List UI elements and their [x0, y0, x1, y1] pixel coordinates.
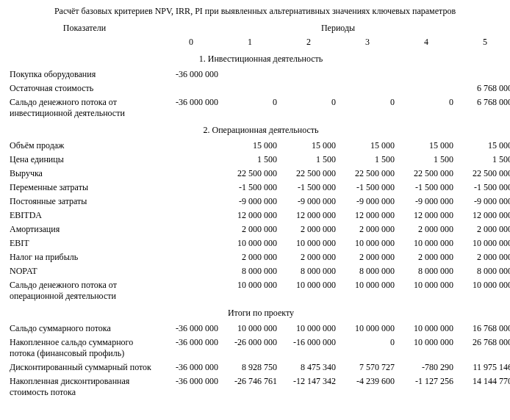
cell-value: 1 500 [456, 153, 510, 167]
table-row: Амортизация2 000 0002 000 0002 000 0002 … [7, 222, 510, 236]
cell-value: -9 000 000 [338, 195, 397, 209]
cell-value [338, 82, 397, 95]
cell-value: 0 [338, 95, 397, 120]
cell-value [162, 278, 220, 303]
period-5: 5 [456, 35, 510, 49]
cell-value: -36 000 000 [162, 95, 220, 120]
cell-value: -36 000 000 [162, 68, 220, 82]
section-header: 2. Операционная деятельность [7, 120, 510, 139]
table-row: EBITDA12 000 00012 000 00012 000 00012 0… [7, 209, 510, 222]
period-2: 2 [279, 35, 338, 49]
cell-value [220, 68, 279, 82]
cell-value: 2 000 000 [220, 250, 279, 264]
cell-value: 12 000 000 [220, 209, 279, 222]
cell-value: -1 500 000 [397, 181, 456, 195]
row-label: Сальдо денежного потока от инвестиционно… [7, 95, 162, 120]
cell-value [220, 82, 279, 95]
cell-value: 10 000 000 [220, 322, 279, 336]
table-row: Переменные затраты-1 500 000-1 500 000-1… [7, 181, 510, 195]
cell-value [279, 82, 338, 95]
cell-value: 10 000 000 [279, 322, 338, 336]
cell-value [162, 264, 220, 278]
financial-table: Показатели Периоды 0 1 2 3 4 5 1. Инвест… [7, 21, 510, 399]
cell-value: 15 000 [279, 139, 338, 153]
cell-value: -36 000 000 [162, 322, 220, 336]
cell-value: 12 000 000 [456, 209, 510, 222]
cell-value: 1 500 [220, 153, 279, 167]
cell-value: 2 000 000 [279, 222, 338, 236]
cell-value: -9 000 000 [456, 195, 510, 209]
row-label: Постоянные затраты [7, 195, 162, 209]
row-label: Дисконтированный суммарный поток [7, 361, 162, 374]
cell-value [456, 68, 510, 82]
cell-value: 10 000 000 [220, 278, 279, 303]
cell-value: 10 000 000 [338, 322, 397, 336]
section-header: 1. Инвестиционная деятельность [7, 49, 510, 68]
cell-value: 14 144 770 [456, 374, 510, 399]
row-label: Остаточная стоимость [7, 82, 162, 95]
table-row: Накопленная дисконтированная стоимость п… [7, 374, 510, 399]
cell-value: -26 000 000 [220, 336, 279, 361]
cell-value: 1 500 [338, 153, 397, 167]
cell-value: 10 000 000 [397, 322, 456, 336]
cell-value: -36 000 000 [162, 374, 220, 399]
table-row: Объём продаж15 00015 00015 00015 00015 0… [7, 139, 510, 153]
cell-value: 0 [279, 95, 338, 120]
cell-value: 2 000 000 [456, 222, 510, 236]
cell-value [162, 167, 220, 181]
row-label: Налог на прибыль [7, 250, 162, 264]
cell-value: 22 500 000 [456, 167, 510, 181]
row-label: Цена единицы [7, 153, 162, 167]
table-row: Постоянные затраты-9 000 000-9 000 000-9… [7, 195, 510, 209]
cell-value [338, 68, 397, 82]
cell-value: 15 000 [397, 139, 456, 153]
cell-value: 8 928 750 [220, 361, 279, 374]
row-label: NOPAT [7, 264, 162, 278]
cell-value: 12 000 000 [279, 209, 338, 222]
row-label: Амортизация [7, 222, 162, 236]
row-label: Накопленное сальдо суммарного потока (фи… [7, 336, 162, 361]
cell-value: 10 000 000 [456, 278, 510, 303]
cell-value: -1 500 000 [220, 181, 279, 195]
row-label: Выручка [7, 167, 162, 181]
cell-value: 10 000 000 [338, 278, 397, 303]
cell-value: -12 147 342 [279, 374, 338, 399]
period-1: 1 [220, 35, 279, 49]
cell-value: -780 290 [397, 361, 456, 374]
cell-value [162, 181, 220, 195]
cell-value: 1 500 [397, 153, 456, 167]
cell-value: 22 500 000 [397, 167, 456, 181]
table-row: Сальдо денежного потока от операционной … [7, 278, 510, 303]
row-label: EBITDA [7, 209, 162, 222]
cell-value: 2 000 000 [397, 222, 456, 236]
cell-value: 8 000 000 [220, 264, 279, 278]
cell-value: -36 000 000 [162, 336, 220, 361]
row-label: Объём продаж [7, 139, 162, 153]
cell-value: 11 975 146 [456, 361, 510, 374]
table-row: Цена единицы1 5001 5001 5001 5001 500 [7, 153, 510, 167]
cell-value: -1 500 000 [279, 181, 338, 195]
cell-value: 6 768 000 [456, 82, 510, 95]
cell-value: 2 000 000 [456, 250, 510, 264]
period-3: 3 [338, 35, 397, 49]
cell-value: -1 500 000 [338, 181, 397, 195]
cell-value: 8 000 000 [338, 264, 397, 278]
cell-value: 15 000 [456, 139, 510, 153]
table-row: EBIT10 000 00010 000 00010 000 00010 000… [7, 236, 510, 250]
cell-value [162, 250, 220, 264]
row-label: Сальдо денежного потока от операционной … [7, 278, 162, 303]
cell-value [162, 209, 220, 222]
cell-value: -1 500 000 [456, 181, 510, 195]
cell-value: 2 000 000 [338, 222, 397, 236]
cell-value: 10 000 000 [397, 336, 456, 361]
section-header: Итоги по проекту [7, 303, 510, 322]
cell-value: 12 000 000 [338, 209, 397, 222]
row-label: Сальдо суммарного потока [7, 322, 162, 336]
cell-value: -36 000 000 [162, 361, 220, 374]
cell-value [162, 139, 220, 153]
period-4: 4 [397, 35, 456, 49]
col-header-periods: Периоды [162, 21, 510, 35]
col-header-indicators: Показатели [7, 21, 162, 49]
cell-value: 15 000 [220, 139, 279, 153]
cell-value: 7 570 727 [338, 361, 397, 374]
